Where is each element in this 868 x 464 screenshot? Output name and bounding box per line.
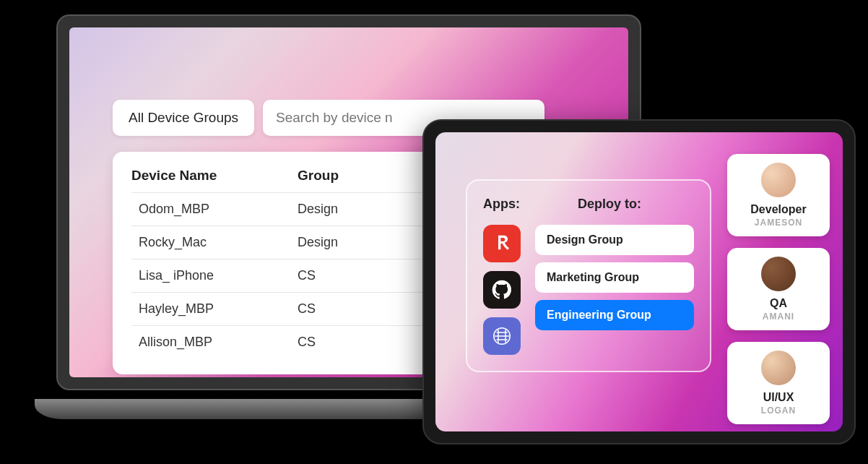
deploy-group-list: Design Group Marketing Group Engineering…: [535, 225, 694, 355]
adobe-icon[interactable]: [483, 225, 521, 262]
user-card-list: Developer JAMESON QA AMANI UI/UX LOGAN: [727, 154, 830, 424]
user-card-uiux[interactable]: UI/UX LOGAN: [727, 342, 830, 424]
user-card-developer[interactable]: Developer JAMESON: [727, 154, 830, 236]
avatar: [761, 257, 796, 291]
user-card-qa[interactable]: QA AMANI: [727, 248, 830, 330]
device-table-card: Device Name Group Odom_MBP Design Rocky_…: [113, 152, 474, 374]
apps-label: Apps:: [483, 197, 520, 212]
deploy-group-engineering[interactable]: Engineering Group: [535, 300, 694, 330]
tablet-device: Apps: Deploy to: Design Group: [422, 119, 856, 444]
deploy-header: Apps: Deploy to:: [483, 197, 694, 212]
cell-group: Design: [298, 202, 399, 217]
cell-device-name: Allison_MBP: [131, 335, 298, 350]
cell-device-name: Rocky_Mac: [131, 235, 298, 250]
table-row[interactable]: Rocky_Mac Design: [131, 225, 455, 259]
cell-group: CS: [298, 268, 399, 283]
cell-group: CS: [298, 335, 399, 350]
deploy-group-marketing[interactable]: Marketing Group: [535, 262, 694, 293]
linear-icon[interactable]: [483, 317, 521, 355]
table-row[interactable]: Hayley_MBP CS: [131, 292, 455, 325]
app-icon-list: [483, 225, 521, 355]
user-name: JAMESON: [739, 218, 818, 228]
cell-group: Design: [298, 235, 399, 250]
deploy-to-label: Deploy to:: [578, 197, 641, 212]
tablet-display: Apps: Deploy to: Design Group: [435, 132, 843, 431]
user-role: Developer: [739, 203, 818, 216]
table-row[interactable]: Allison_MBP CS: [131, 325, 455, 358]
cell-device-name: Odom_MBP: [131, 202, 298, 217]
github-icon[interactable]: [483, 271, 521, 309]
header-device-name: Device Name: [131, 168, 298, 184]
table-row[interactable]: Lisa_ iPhone CS: [131, 259, 455, 292]
avatar: [761, 163, 796, 197]
avatar: [761, 351, 796, 385]
user-role: QA: [739, 297, 818, 310]
user-name: LOGAN: [739, 405, 818, 416]
user-name: AMANI: [739, 312, 818, 322]
device-groups-filter[interactable]: All Device Groups: [113, 100, 254, 136]
table-header: Device Name Group: [131, 168, 455, 192]
deploy-card: Apps: Deploy to: Design Group: [466, 179, 711, 372]
header-group: Group: [298, 168, 399, 184]
user-role: UI/UX: [739, 391, 818, 404]
cell-device-name: Lisa_ iPhone: [131, 268, 298, 283]
table-row[interactable]: Odom_MBP Design: [131, 192, 455, 225]
cell-group: CS: [298, 301, 399, 317]
cell-device-name: Hayley_MBP: [131, 301, 298, 317]
deploy-group-design[interactable]: Design Group: [535, 225, 694, 255]
